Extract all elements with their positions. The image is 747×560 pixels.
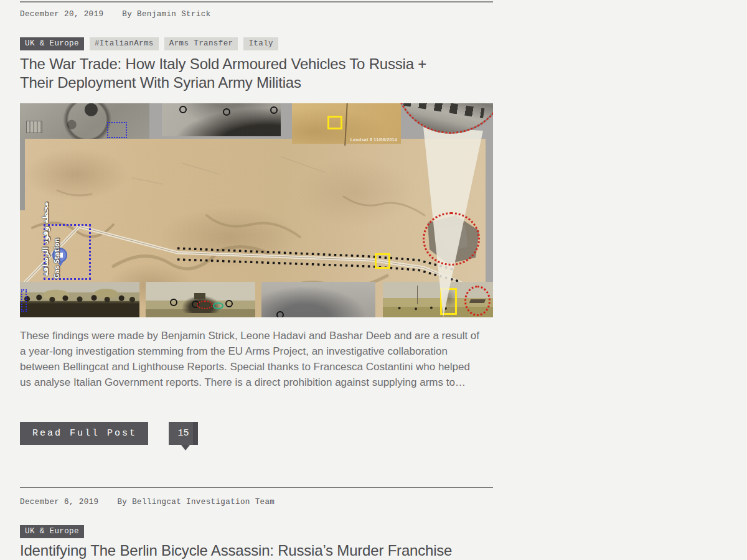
category-tag-uk-europe[interactable]: UK & Europe — [20, 37, 84, 50]
post-title-link[interactable]: The War Trade: How Italy Sold Armoured V… — [20, 55, 463, 92]
post-author: By Benjamin Strick — [122, 10, 210, 19]
post-thumbnail[interactable]: Landsat 8 11/06/2014 — [20, 103, 493, 317]
post-title-link[interactable]: Identifying The Berlin Bicycle Assassin:… — [20, 541, 493, 560]
category-tag-italianarms[interactable]: #ItalianArms — [90, 37, 159, 50]
category-tags: UK & Europe — [20, 525, 84, 538]
category-tag-uk-europe[interactable]: UK & Europe — [20, 525, 84, 538]
top-rule — [20, 1, 493, 2]
category-tags: UK & Europe #ItalianArms Arms Transfer I… — [20, 37, 278, 50]
post-meta: December 6, 2019 By Bellingcat Investiga… — [20, 498, 275, 506]
post-divider — [20, 487, 493, 488]
post-author: By Bellingcat Investigation Team — [117, 498, 275, 506]
post-actions: Read Full Post 15 — [20, 422, 198, 445]
category-tag-italy[interactable]: Italy — [243, 37, 278, 50]
read-full-post-button[interactable]: Read Full Post — [20, 422, 148, 445]
post-meta: December 20, 2019 By Benjamin Strick — [20, 10, 211, 19]
comment-count-badge[interactable]: 15 — [169, 422, 198, 445]
red-dotted-circle-annotation — [423, 212, 480, 266]
category-tag-arms-transfer[interactable]: Arms Transfer — [164, 37, 238, 50]
post-excerpt: These findings were made by Benjamin Str… — [20, 328, 484, 390]
yellow-box-annotation — [375, 253, 390, 269]
comment-count: 15 — [178, 428, 189, 439]
post-date: December 6, 2019 — [20, 498, 98, 506]
content-column: December 20, 2019 By Benjamin Strick UK … — [20, 0, 493, 560]
map-annotations — [20, 103, 493, 317]
blog-listing-page: December 20, 2019 By Benjamin Strick UK … — [0, 0, 747, 560]
post-date: December 20, 2019 — [20, 10, 103, 19]
